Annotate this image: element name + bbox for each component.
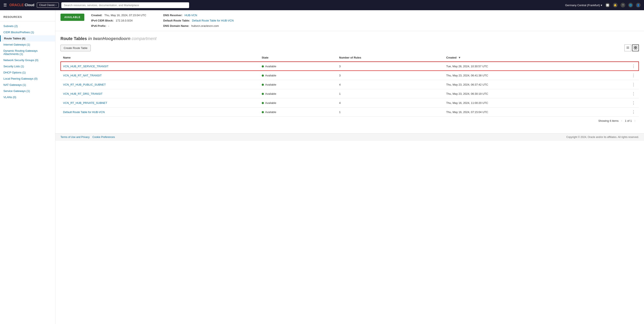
grid-view-button[interactable] [632,44,639,51]
help-icon[interactable]: ? [620,3,625,7]
actions-cell: ⋮ [628,80,639,89]
cloud-classic-button[interactable]: Cloud Classic › [37,2,59,8]
oracle-logo: ORACLE Cloud [9,3,34,7]
sidebar-item-vlans[interactable]: VLANs (0) [0,94,55,100]
route-table-link-0[interactable]: VCN_HUB_RT_SERVICE_TRANSIT [63,65,108,68]
page-info: 1 of 1 [625,119,632,122]
sidebar-item-service-gateways[interactable]: Service Gateways (1) [0,88,55,94]
prev-page-button[interactable]: ‹ [620,119,623,123]
default-route-row: Default Route Table: Default Route Table… [163,19,234,22]
ipv6-value: - [108,24,109,27]
sidebar-item-network-security-groups[interactable]: Network Security Groups (0) [0,57,55,63]
globe-icon[interactable]: 🌐 [628,3,633,7]
actions-cell: ⋮ [628,61,639,71]
pagination-bar: Showing 6 items ‹ 1 of 1 › [60,117,639,125]
rules-count-cell: 3 [336,61,444,71]
sidebar-item-security-lists[interactable]: Security Lists (1) [0,63,55,69]
route-table-link-2[interactable]: VCN_RT_HUB_PUBLIC_SUBNET [63,83,106,86]
next-page-button[interactable]: › [634,119,636,123]
sidebar-item-drg-attachments[interactable]: Dynamic Routing Gateways Attachments (1) [0,48,55,57]
user-avatar[interactable]: 👤 [636,3,640,7]
row-menu-button[interactable]: ⋮ [631,100,636,105]
row-menu-button[interactable]: ⋮ [631,110,636,114]
table-row: Default Route Table for HUB-VCNAvailable… [60,107,639,117]
ipv6-label: IPv6 Prefix: [91,24,106,27]
list-icon [626,46,630,50]
sidebar-item-local-peering-gateways[interactable]: Local Peering Gateways (0) [0,76,55,82]
sidebar-item-cidr-blocks[interactable]: CIDR Blocks/Prefixes (1) [0,29,55,35]
row-menu-button[interactable]: ⋮ [631,64,636,68]
state-label: Available [265,110,276,114]
col-rules-header[interactable]: Number of Rules [336,54,444,61]
row-menu-button[interactable]: ⋮ [631,73,636,78]
state-label: Available [265,101,276,104]
main-content: AVAILABLE Created: Thu, May 16, 2024, 07… [55,10,644,324]
rules-count-cell: 4 [336,98,444,107]
sidebar-item-dhcp-options[interactable]: DHCP Options (1) [0,69,55,76]
state-cell: Available [259,107,337,117]
create-route-table-button[interactable]: Create Route Table [60,45,91,51]
status-dot-icon [262,84,264,86]
created-cell: Thu, May 23, 2024, 06:37:42 UTC [444,80,628,89]
route-table-link-1[interactable]: VCN_HUB_RT_NAT_TRANSIT [63,74,102,77]
info-col-right: DNS Resolver: HUB-VCN Default Route Tabl… [163,14,234,27]
rules-count-cell: 1 [336,107,444,117]
route-tables-table: Name State Number of Rules Created ▼ VCN… [60,54,639,117]
status-dot-icon [262,93,264,95]
terminal-icon[interactable]: ⬜ [605,3,610,7]
rules-count-cell: 3 [336,71,444,80]
info-col-left: Created: Thu, May 16, 2024, 07:15:04 UTC… [91,14,146,27]
list-view-button[interactable] [624,44,631,51]
dns-domain-label: DNS Domain Name: [163,24,189,27]
route-table-link-4[interactable]: VCN_RT_HUB_PRIVATE_SUBNET [63,101,107,104]
col-actions-header [628,54,639,61]
dns-domain-row: DNS Domain Name: hubvcn.oraclevcn.com [163,24,234,27]
table-header: Name State Number of Rules Created ▼ [60,54,639,61]
created-value: Thu, May 16, 2024, 07:15:04 UTC [104,14,146,17]
available-badge: AVAILABLE [60,14,84,21]
section-title-in: in [88,36,92,41]
state-cell: Available [259,71,337,80]
status-dot-icon [262,74,264,77]
state-label: Available [265,65,276,68]
col-state-header[interactable]: State [259,54,337,61]
sidebar-item-nat-gateways[interactable]: NAT Gateways (1) [0,82,55,88]
col-name-header[interactable]: Name [60,54,259,61]
route-table-link-3[interactable]: VCN_HUB_RT_DRG_TRANSIT [63,92,102,95]
sidebar-item-internet-gateways[interactable]: Internet Gateways (1) [0,41,55,48]
created-cell: Tue, May 28, 2024, 10:30:57 UTC [444,61,628,71]
section-title: Route Tables in IwanHoogendoorn compartm… [60,36,639,41]
row-menu-button[interactable]: ⋮ [631,82,636,87]
dns-domain-value: hubvcn.oraclevcn.com [191,24,219,27]
region-label: Germany Central (Frankfurt) [565,3,600,7]
hamburger-menu-icon[interactable]: ☰ [4,3,7,7]
row-menu-button[interactable]: ⋮ [631,91,636,96]
cookie-link[interactable]: Cookie Preferences [92,136,115,139]
terms-link[interactable]: Terms of Use and Privacy [60,136,90,139]
oracle-text: ORACLE Cloud [9,3,34,7]
rules-count-cell: 4 [336,80,444,89]
ipv6-row: IPv6 Prefix: - [91,24,146,27]
state-cell: Available [259,61,337,71]
svg-rect-4 [636,46,637,47]
table-toolbar: Create Route Table [60,44,639,51]
sidebar-item-subnets[interactable]: Subnets (2) [0,23,55,29]
created-cell: Thu, May 16, 2024, 07:15:04 UTC [444,107,628,117]
sidebar-item-route-tables[interactable]: Route Tables (6) [0,35,55,41]
dns-resolver-link[interactable]: HUB-VCN [185,14,197,17]
bell-icon[interactable]: 🔔 [613,3,618,7]
region-selector[interactable]: Germany Central (Frankfurt) ▾ [565,3,602,7]
col-created-header[interactable]: Created ▼ [444,54,628,61]
grid-icon [634,46,637,50]
footer-copyright: Copyright © 2024, Oracle and/or its affi… [566,136,639,139]
default-route-link[interactable]: Default Route Table for HUB-VCN [192,19,234,22]
dns-resolver-row: DNS Resolver: HUB-VCN [163,14,234,17]
search-input[interactable] [61,2,189,8]
nav-right: Germany Central (Frankfurt) ▾ ⬜ 🔔 ? 🌐 👤 [565,3,640,7]
created-label: Created: [91,14,102,17]
top-navigation: ☰ ORACLE Cloud Cloud Classic › Germany C… [0,0,644,10]
route-table-link-5[interactable]: Default Route Table for HUB-VCN [63,110,105,114]
created-row: Created: Thu, May 16, 2024, 07:15:04 UTC [91,14,146,17]
state-cell: Available [259,80,337,89]
section-title-suffix: compartment [132,36,156,41]
